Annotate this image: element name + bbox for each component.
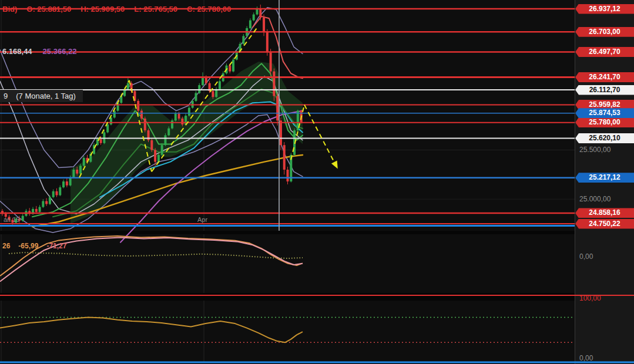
- chart-canvas[interactable]: [0, 0, 634, 364]
- trading-chart-window: Bid) O: 25.881,50 H: 25.909,50 L: 25.765…: [0, 0, 634, 364]
